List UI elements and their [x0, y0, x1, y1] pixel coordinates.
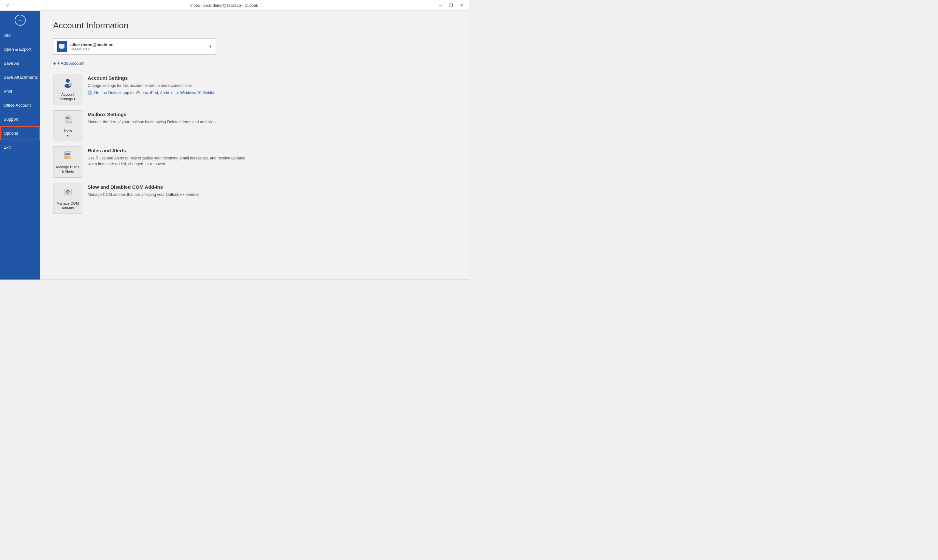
dropdown-arrow-icon: ▼: [208, 44, 212, 49]
page-title: Account Information: [53, 20, 456, 31]
close-button[interactable]: ✕: [457, 2, 466, 9]
svg-rect-10: [65, 152, 71, 157]
com-addins-content: Slow and Disabled COM Add-ins Manage COM…: [88, 183, 456, 197]
main-area: ← Info Open & Export Save As Save Attach…: [0, 11, 469, 280]
restore-button[interactable]: ❐: [446, 2, 456, 9]
svg-rect-13: [65, 157, 68, 159]
mailbox-settings-content: Mailbox Settings Manage the size of your…: [88, 110, 456, 125]
titlebar-title: Inbox - alice-demo@seald.co - Outlook: [12, 3, 436, 8]
sidebar-item-exit[interactable]: Exit: [0, 140, 40, 154]
sidebar-item-info[interactable]: Info: [0, 28, 40, 42]
svg-rect-0: [59, 44, 65, 48]
account-email: alice-demo@seald.co: [70, 42, 208, 47]
manage-com-addins-icon: [63, 186, 73, 199]
rules-alerts-content: Rules and Alerts Use Rules and Alerts to…: [88, 146, 456, 167]
sidebar-item-save-attachments[interactable]: Save Attachments: [0, 70, 40, 84]
sidebar-item-print[interactable]: Print: [0, 84, 40, 98]
account-dropdown[interactable]: alice-demo@seald.co IMAP/SMTP ▼: [53, 38, 216, 55]
account-settings-icon: [63, 77, 73, 90]
com-addins-title: Slow and Disabled COM Add-ins: [88, 184, 456, 190]
account-settings-button[interactable]: AccountSettings ▾: [53, 74, 82, 105]
mailbox-settings-section: Tools▾ Mailbox Settings Manage the size …: [53, 110, 456, 142]
tools-button[interactable]: Tools▾: [53, 110, 82, 142]
account-settings-section: AccountSettings ▾ Account Settings Chang…: [53, 74, 456, 105]
sidebar-item-open-export[interactable]: Open & Export: [0, 42, 40, 56]
manage-rules-button[interactable]: Manage Rules& Alerts: [53, 146, 82, 178]
account-info: alice-demo@seald.co IMAP/SMTP: [70, 42, 208, 51]
account-settings-content: Account Settings Change settings for thi…: [88, 74, 456, 95]
account-settings-label: AccountSettings ▾: [60, 92, 76, 102]
account-settings-link[interactable]: Get the Outlook app for iPhone, iPad, An…: [88, 91, 456, 95]
window-controls: ─ ❐ ✕: [436, 2, 466, 9]
outlook-window: ? Inbox - alice-demo@seald.co - Outlook …: [0, 0, 469, 280]
account-settings-title: Account Settings: [88, 75, 456, 81]
com-addins-section: Manage COMAdd-ins Slow and Disabled COM …: [53, 183, 456, 214]
sidebar-item-options[interactable]: Options: [0, 126, 40, 140]
account-type: IMAP/SMTP: [70, 47, 208, 51]
tools-label: Tools▾: [63, 129, 72, 138]
rules-alerts-section: Manage Rules& Alerts Rules and Alerts Us…: [53, 146, 456, 178]
mailbox-settings-desc: Manage the size of your mailbox by empty…: [88, 119, 250, 125]
tools-icon: [63, 114, 73, 126]
manage-rules-label: Manage Rules& Alerts: [56, 165, 79, 174]
add-account-button[interactable]: + + Add Account: [53, 59, 84, 67]
manage-rules-icon: [63, 150, 73, 163]
com-addins-desc: Manage COM add-ins that are affecting yo…: [88, 192, 250, 197]
svg-point-2: [66, 79, 70, 83]
svg-rect-1: [60, 48, 63, 49]
mailbox-settings-title: Mailbox Settings: [88, 112, 456, 117]
sidebar-item-office-account[interactable]: Office Account: [0, 98, 40, 112]
rules-alerts-desc: Use Rules and Alerts to help organize yo…: [88, 155, 250, 167]
manage-com-addins-button[interactable]: Manage COMAdd-ins: [53, 183, 82, 214]
help-icon: ?: [6, 3, 8, 8]
content-area: Account Information alice-demo@seald.co …: [40, 11, 469, 280]
help-button[interactable]: ?: [3, 2, 12, 9]
svg-point-21: [67, 191, 68, 192]
link-text: Get the Outlook app for iPhone, iPad, An…: [94, 91, 215, 95]
sidebar-item-support[interactable]: Support: [0, 112, 40, 126]
minimize-button[interactable]: ─: [436, 2, 445, 9]
plus-icon: +: [53, 60, 56, 66]
manage-com-addins-label: Manage COMAdd-ins: [57, 201, 79, 211]
titlebar: ? Inbox - alice-demo@seald.co - Outlook …: [0, 0, 469, 11]
sidebar: ← Info Open & Export Save As Save Attach…: [0, 11, 40, 280]
svg-rect-14: [68, 157, 71, 159]
rules-alerts-title: Rules and Alerts: [88, 148, 456, 153]
account-icon: [57, 42, 67, 52]
link-icon: [88, 91, 92, 95]
sidebar-item-save-as[interactable]: Save As: [0, 56, 40, 70]
back-button[interactable]: ←: [15, 15, 26, 26]
add-account-label: + Add Account: [57, 61, 84, 66]
account-settings-desc: Change settings for this account or set …: [88, 83, 250, 89]
